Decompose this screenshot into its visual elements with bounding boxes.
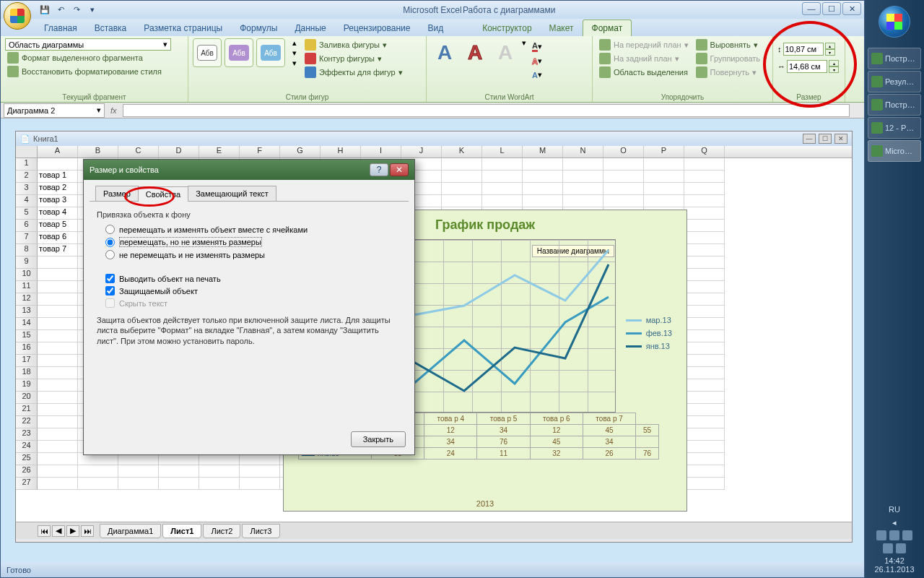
- row-header[interactable]: 19: [16, 379, 38, 392]
- cell[interactable]: [442, 183, 482, 195]
- tray-icon[interactable]: [902, 530, 912, 540]
- wordart-more-icon[interactable]: ▾: [522, 38, 526, 48]
- reset-style-button[interactable]: Восстановить форматирование стиля: [5, 65, 164, 78]
- save-icon[interactable]: 💾: [38, 4, 51, 17]
- shape-height-input[interactable]: [783, 43, 824, 56]
- cell[interactable]: [482, 183, 523, 195]
- shape-style-3[interactable]: Абв: [256, 38, 285, 67]
- cell[interactable]: [38, 416, 78, 428]
- cell[interactable]: [38, 478, 78, 490]
- text-effects-button[interactable]: A ▾: [532, 70, 542, 79]
- dialog-titlebar[interactable]: Размер и свойства ? ✕: [84, 160, 414, 180]
- cell[interactable]: [684, 465, 725, 478]
- cell[interactable]: [603, 183, 644, 195]
- cell[interactable]: товар 7: [38, 244, 78, 256]
- column-header[interactable]: F: [240, 146, 280, 158]
- column-header[interactable]: J: [401, 146, 442, 158]
- cell[interactable]: [644, 171, 684, 183]
- align-button[interactable]: Выровнять ▾: [694, 38, 770, 51]
- radio-input[interactable]: [105, 238, 115, 247]
- maximize-button[interactable]: ☐: [822, 2, 841, 15]
- cell[interactable]: [644, 158, 684, 171]
- cell[interactable]: [684, 416, 725, 428]
- cell[interactable]: [38, 306, 78, 318]
- cell[interactable]: товар 1: [38, 171, 78, 183]
- dialog-tab-alttext[interactable]: Замещающий текст: [188, 186, 276, 201]
- column-header[interactable]: G: [280, 146, 321, 158]
- cell[interactable]: [684, 367, 725, 379]
- cell[interactable]: [684, 158, 725, 171]
- cell[interactable]: [38, 342, 78, 355]
- tab-format[interactable]: Формат: [583, 20, 632, 36]
- tab-review[interactable]: Рецензирование: [335, 20, 419, 36]
- sheet-tab[interactable]: Лист2: [203, 524, 240, 538]
- cell[interactable]: товар 6: [38, 232, 78, 244]
- cell[interactable]: [603, 171, 644, 183]
- taskbar-item[interactable]: Постр…: [868, 48, 921, 69]
- cell[interactable]: [684, 478, 725, 490]
- column-header[interactable]: P: [644, 146, 684, 158]
- tab-home[interactable]: Главная: [35, 20, 86, 36]
- bring-front-button[interactable]: На передний план ▾: [597, 38, 691, 51]
- row-header[interactable]: 17: [16, 355, 38, 367]
- shape-width-input[interactable]: [787, 60, 827, 73]
- taskbar-item[interactable]: Резул…: [868, 71, 921, 92]
- shape-fill-button[interactable]: Заливка фигуры ▾: [302, 38, 405, 51]
- volume-icon[interactable]: [896, 543, 906, 553]
- cell[interactable]: [563, 171, 603, 183]
- row-header[interactable]: 6: [16, 220, 38, 232]
- redo-icon[interactable]: ↷: [70, 4, 83, 17]
- cell[interactable]: [159, 465, 199, 478]
- row-header[interactable]: 22: [16, 416, 38, 428]
- cell[interactable]: [482, 158, 523, 171]
- format-selection-button[interactable]: Формат выделенного фрагмента: [5, 51, 145, 64]
- radio-input[interactable]: [105, 225, 115, 234]
- height-down[interactable]: ▾: [825, 49, 835, 56]
- cell[interactable]: [684, 232, 725, 244]
- tab-formulas[interactable]: Формулы: [231, 20, 286, 36]
- row-header[interactable]: 8: [16, 244, 38, 256]
- row-header[interactable]: 11: [16, 281, 38, 293]
- wb-maximize-button[interactable]: ☐: [819, 134, 832, 144]
- cell[interactable]: [38, 355, 78, 367]
- cell[interactable]: товар 3: [38, 195, 78, 207]
- cell[interactable]: товар 5: [38, 220, 78, 232]
- cell[interactable]: [684, 379, 725, 392]
- tab-page-layout[interactable]: Разметка страницы: [135, 20, 231, 36]
- column-header[interactable]: N: [563, 146, 603, 158]
- cell[interactable]: [684, 269, 725, 281]
- checkbox-option[interactable]: Защищаемый объект: [105, 286, 401, 296]
- undo-icon[interactable]: ↶: [54, 4, 67, 17]
- cell[interactable]: [78, 465, 118, 478]
- clock-date[interactable]: 26.11.2013: [869, 565, 920, 574]
- dialog-help-button[interactable]: ?: [370, 163, 388, 176]
- sheet-tab[interactable]: Диаграмма1: [100, 524, 161, 538]
- row-header[interactable]: 7: [16, 232, 38, 244]
- cell[interactable]: [684, 428, 725, 441]
- minimize-button[interactable]: —: [802, 2, 821, 15]
- cell[interactable]: [38, 158, 78, 171]
- send-back-button[interactable]: На задний план ▾: [597, 52, 691, 65]
- tray-expand-icon[interactable]: ◂: [869, 518, 920, 527]
- cell[interactable]: [38, 465, 78, 478]
- shape-style-2[interactable]: Абв: [225, 38, 253, 67]
- tab-design[interactable]: Конструктор: [474, 20, 540, 36]
- sheet-tab[interactable]: Лист3: [242, 524, 279, 538]
- column-header[interactable]: D: [159, 146, 199, 158]
- cell[interactable]: [684, 318, 725, 330]
- row-header[interactable]: 15: [16, 330, 38, 342]
- taskbar-item[interactable]: Постр…: [868, 94, 921, 116]
- rotate-button[interactable]: Повернуть ▾: [694, 66, 770, 79]
- cell[interactable]: [603, 195, 644, 207]
- row-header[interactable]: 2: [16, 171, 38, 183]
- shape-outline-button[interactable]: Контур фигуры ▾: [302, 52, 405, 65]
- row-header[interactable]: 13: [16, 306, 38, 318]
- row-header[interactable]: 9: [16, 256, 38, 269]
- cell[interactable]: [684, 342, 725, 355]
- cell[interactable]: [482, 195, 523, 207]
- cell[interactable]: товар 4: [38, 207, 78, 220]
- sheet-nav-last[interactable]: ⏭: [81, 525, 94, 537]
- cell[interactable]: товар 2: [38, 183, 78, 195]
- row-header[interactable]: 23: [16, 428, 38, 441]
- wordart-style-3[interactable]: A: [492, 38, 519, 67]
